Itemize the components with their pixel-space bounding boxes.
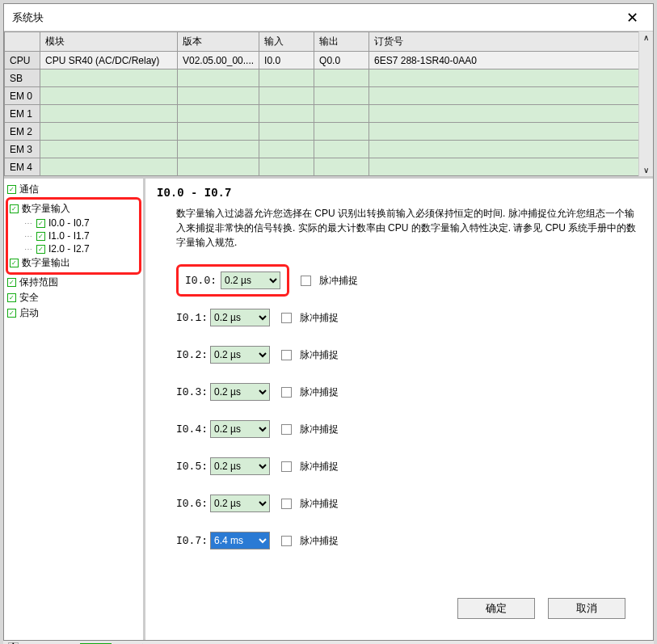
- cell[interactable]: [314, 158, 369, 176]
- cell[interactable]: [40, 158, 178, 176]
- scroll-down-icon[interactable]: ∨: [643, 164, 649, 176]
- tree-item[interactable]: ✓数字量输入: [8, 201, 139, 217]
- table-row[interactable]: EM 2: [5, 123, 653, 141]
- tree-checkbox-icon[interactable]: ✓: [7, 185, 16, 194]
- tree-checkbox-icon[interactable]: ✓: [36, 219, 45, 228]
- tree-item[interactable]: ✓安全: [6, 290, 141, 305]
- tree-item[interactable]: ⋯✓I0.0 - I0.7: [8, 217, 139, 229]
- cell[interactable]: [259, 123, 314, 141]
- row-label: EM 4: [5, 158, 40, 176]
- cell[interactable]: [314, 87, 369, 105]
- cell[interactable]: [369, 123, 653, 141]
- pulse-capture-checkbox[interactable]: [281, 313, 292, 323]
- filter-time-select[interactable]: 0.2 µs: [221, 271, 280, 289]
- filter-time-select[interactable]: 0.2 µs: [210, 420, 270, 438]
- pulse-capture-checkbox[interactable]: [281, 387, 292, 398]
- filter-time-select[interactable]: 0.2 µs: [210, 309, 270, 326]
- tree-checkbox-icon[interactable]: ✓: [10, 204, 19, 213]
- cell[interactable]: [369, 141, 653, 158]
- table-row[interactable]: EM 4: [5, 158, 653, 176]
- nav-tree: ✓通信✓数字量输入⋯✓I0.0 - I0.7⋯✓I1.0 - I1.7⋯✓I2.…: [4, 179, 145, 640]
- filter-row: I0.0:0.2 µs脉冲捕捉: [176, 271, 642, 290]
- table-row[interactable]: CPUCPU SR40 (AC/DC/Relay)V02.05.00_00...…: [5, 52, 653, 69]
- pulse-capture-checkbox[interactable]: [281, 424, 292, 435]
- col-header: 模块: [40, 32, 178, 52]
- cell[interactable]: [259, 69, 314, 87]
- tree-checkbox-icon[interactable]: ✓: [7, 278, 16, 287]
- row-label: EM 2: [5, 123, 40, 141]
- close-icon[interactable]: ✕: [620, 9, 645, 27]
- cell[interactable]: [259, 87, 314, 105]
- cell[interactable]: CPU SR40 (AC/DC/Relay): [40, 52, 178, 69]
- content-panel: I0.0 - I0.7 数字量输入过滤器允许您选择在 CPU 识别出转换前输入必…: [145, 179, 653, 640]
- filter-label: I0.3:: [176, 386, 205, 398]
- cell[interactable]: [314, 141, 369, 158]
- cell[interactable]: Q0.0: [314, 52, 369, 69]
- cell[interactable]: 6ES7 288-1SR40-0AA0: [369, 52, 653, 69]
- table-row[interactable]: EM 1: [5, 105, 653, 123]
- filter-label: I0.7:: [176, 535, 205, 547]
- cell[interactable]: [178, 158, 259, 176]
- cell[interactable]: [40, 141, 178, 158]
- pulse-capture-checkbox[interactable]: [281, 461, 292, 472]
- cell[interactable]: [369, 69, 653, 87]
- ok-button[interactable]: 确定: [457, 598, 535, 619]
- tree-item[interactable]: ✓数字量输出: [8, 255, 139, 271]
- cell[interactable]: V02.05.00_00....: [178, 52, 259, 69]
- table-row[interactable]: EM 3: [5, 141, 653, 158]
- tree-checkbox-icon[interactable]: ✓: [10, 259, 19, 267]
- pulse-capture-checkbox[interactable]: [281, 350, 292, 360]
- pulse-capture-label: 脉冲捕捉: [300, 534, 339, 548]
- cell[interactable]: [40, 87, 178, 105]
- cell[interactable]: [40, 123, 178, 141]
- cell[interactable]: [40, 105, 178, 123]
- tree-item[interactable]: ⋯✓I1.0 - I1.7: [8, 229, 139, 242]
- pulse-capture-label: 脉冲捕捉: [300, 423, 339, 436]
- cell[interactable]: [178, 69, 259, 87]
- tree-item[interactable]: ✓启动: [6, 305, 141, 321]
- cell[interactable]: [369, 87, 653, 105]
- cancel-button[interactable]: 取消: [548, 598, 625, 619]
- pulse-capture-label: 脉冲捕捉: [300, 385, 339, 399]
- filter-label: I0.1:: [176, 312, 205, 324]
- cell[interactable]: [314, 123, 369, 141]
- filter-row: I0.2:0.2 µs脉冲捕捉: [176, 345, 642, 364]
- tree-checkbox-icon[interactable]: ✓: [36, 232, 45, 241]
- tree-label: 启动: [19, 306, 39, 320]
- tree-checkbox-icon[interactable]: ✓: [7, 309, 16, 318]
- pulse-capture-checkbox[interactable]: [301, 276, 311, 286]
- cell[interactable]: [314, 105, 369, 123]
- table-row[interactable]: SB: [5, 69, 653, 87]
- cell[interactable]: [178, 87, 259, 105]
- cell[interactable]: [40, 69, 178, 87]
- tree-item[interactable]: ✓通信: [6, 182, 141, 197]
- tree-checkbox-icon[interactable]: ✓: [36, 245, 45, 254]
- cell[interactable]: [178, 141, 259, 158]
- filter-time-select[interactable]: 0.2 µs: [210, 457, 270, 475]
- table-row[interactable]: EM 0: [5, 87, 653, 105]
- tree-item[interactable]: ⋯✓I2.0 - I2.7: [8, 242, 139, 255]
- tree-item[interactable]: ✓保持范围: [6, 275, 141, 290]
- scroll-up-icon[interactable]: ∧: [643, 32, 649, 44]
- pulse-capture-label: 脉冲捕捉: [300, 311, 339, 325]
- table-scrollbar[interactable]: ∧ ∨: [638, 32, 653, 176]
- cell[interactable]: [369, 105, 653, 123]
- pulse-capture-checkbox[interactable]: [281, 499, 292, 509]
- cell[interactable]: I0.0: [259, 52, 314, 69]
- cell[interactable]: [369, 158, 653, 176]
- cell[interactable]: [259, 158, 314, 176]
- tree-checkbox-icon[interactable]: ✓: [7, 293, 16, 302]
- cell[interactable]: [259, 105, 314, 123]
- filter-label: I0.2:: [176, 349, 205, 361]
- cell[interactable]: [314, 69, 369, 87]
- filter-time-select[interactable]: 0.2 µs: [210, 495, 270, 512]
- filter-time-select[interactable]: 6.4 ms: [210, 532, 270, 549]
- tree-label: I0.0 - I0.7: [48, 217, 90, 229]
- filter-time-select[interactable]: 0.2 µs: [210, 346, 270, 364]
- pulse-capture-checkbox[interactable]: [281, 536, 292, 546]
- cell[interactable]: [178, 105, 259, 123]
- cell[interactable]: [259, 141, 314, 158]
- filter-time-select[interactable]: 0.2 µs: [210, 383, 270, 401]
- cell[interactable]: [178, 123, 259, 141]
- status-strip: ┃ Always_On SM0.0 始终接通: [3, 641, 654, 644]
